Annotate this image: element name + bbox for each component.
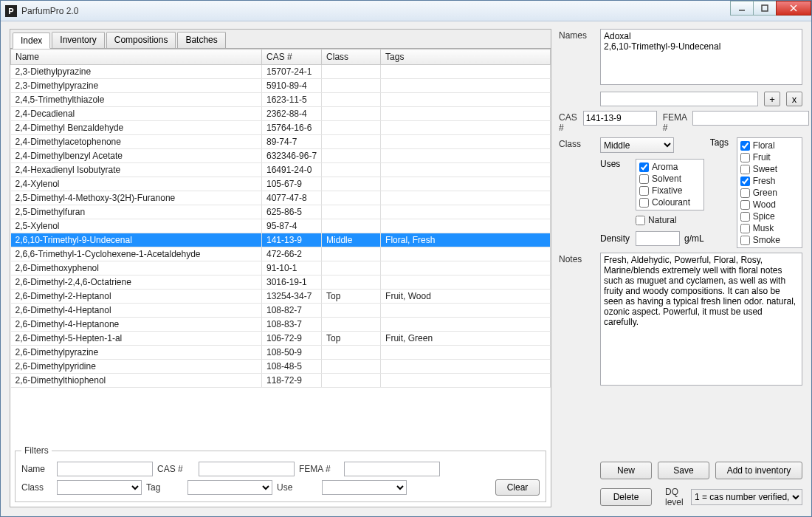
table-row[interactable]: 2,4-Decadienal2362-88-4	[11, 107, 551, 121]
table-row[interactable]: 2,4-Dimethyl Benzaldehyde15764-16-6	[11, 121, 551, 135]
tag-option[interactable]: Sweet	[740, 163, 799, 175]
maximize-button[interactable]	[753, 1, 777, 16]
filter-fema-label: FEMA #	[299, 464, 340, 474]
tag-option[interactable]: Smoke	[740, 234, 799, 246]
table-row[interactable]: 2,5-Dimethyl-4-Methoxy-3(2H)-Furanone407…	[11, 191, 551, 205]
table-row[interactable]: 2,3-Diethylpyrazine15707-24-1	[11, 65, 551, 79]
use-option[interactable]: Solvent	[639, 173, 701, 185]
filter-class-label: Class	[21, 482, 52, 493]
notes-label: Notes	[559, 253, 594, 264]
filter-name-label: Name	[21, 464, 52, 474]
tab-compositions[interactable]: Compositions	[106, 32, 176, 48]
filters-group: Filters Name CAS # FEMA # Class Tag Use	[15, 445, 546, 502]
table-row[interactable]: 2,3-Dimethylpyrazine5910-89-4	[11, 79, 551, 93]
tab-batches[interactable]: Batches	[177, 32, 225, 48]
class-select[interactable]: Middle	[600, 137, 674, 153]
table-row[interactable]: 2,4-Dimethylbenzyl Acetate632346-96-7	[11, 149, 551, 163]
window-title: ParfumPro 2.0	[21, 6, 78, 16]
table-row[interactable]: 2,5-Dimethylfuran625-86-5	[11, 205, 551, 219]
column-header[interactable]: CAS #	[262, 49, 322, 65]
density-input[interactable]	[636, 231, 680, 246]
cas-label: CAS #	[559, 111, 577, 133]
table-row[interactable]: 2,6-Dimethyl-5-Hepten-1-al106-72-9TopFru…	[11, 332, 551, 346]
filter-use-label: Use	[277, 482, 317, 493]
filter-cas-input[interactable]	[199, 462, 295, 476]
use-option[interactable]: Colourant	[639, 196, 701, 208]
table-row[interactable]: 2,6-Dimethoxyphenol91-10-1	[11, 261, 551, 275]
fema-input[interactable]	[692, 111, 809, 126]
table-row[interactable]: 2,6-Dimethylpyrazine108-50-9	[11, 346, 551, 360]
tab-index[interactable]: Index	[13, 32, 50, 49]
table-row[interactable]: 2,4,5-Trimethylthiazole1623-11-5	[11, 93, 551, 107]
names-add-input[interactable]	[600, 92, 758, 106]
tag-option[interactable]: Musk	[740, 222, 799, 234]
names-add-button[interactable]: +	[764, 92, 780, 106]
window-controls	[731, 1, 811, 21]
svg-rect-1	[762, 5, 768, 11]
app-window: P ParfumPro 2.0 IndexInventoryCompositio…	[0, 0, 812, 517]
fema-label: FEMA #	[663, 111, 687, 133]
filter-fema-input[interactable]	[344, 462, 440, 476]
table-row[interactable]: 2,6-Dimethylpyridine108-48-5	[11, 360, 551, 374]
column-header[interactable]: Tags	[381, 49, 551, 65]
filter-name-input[interactable]	[57, 462, 153, 476]
filter-tag-select[interactable]	[187, 480, 272, 495]
use-option[interactable]: Fixative	[639, 185, 701, 196]
filter-clear-button[interactable]: Clear	[495, 479, 540, 496]
add-to-inventory-button[interactable]: Add to inventory	[715, 462, 802, 479]
density-unit: g/mL	[684, 233, 704, 244]
tags-checklist[interactable]: Floral Fruit Sweet Fresh Green Wood Spic…	[737, 137, 802, 248]
tab-inventory[interactable]: Inventory	[52, 32, 104, 48]
close-button[interactable]	[776, 1, 811, 16]
natural-checkbox-label[interactable]: Natural	[636, 215, 704, 225]
names-label: Names	[559, 29, 594, 41]
dq-select[interactable]: 1 = cas number verified,	[691, 489, 802, 505]
compound-table[interactable]: NameCAS #ClassTags 2,3-Diethylpyrazine15…	[10, 49, 551, 441]
tag-option[interactable]: Wood	[740, 199, 799, 210]
tag-option[interactable]: Spice	[740, 210, 799, 222]
app-icon: P	[5, 5, 17, 17]
table-row[interactable]: 2,6,10-Trimethyl-9-Undecenal141-13-9Midd…	[11, 233, 551, 247]
table-row[interactable]: 2,6-Dimethylthiophenol118-72-9	[11, 374, 551, 388]
delete-button[interactable]: Delete	[600, 488, 652, 506]
uses-label: Uses	[600, 159, 631, 210]
class-label: Class	[559, 137, 594, 149]
notes-textarea[interactable]: Fresh, Aldehydic, Powerful, Floral, Rosy…	[600, 253, 802, 386]
table-row[interactable]: 2,4-Hexadienyl Isobutyrate16491-24-0	[11, 163, 551, 177]
tag-option[interactable]: Floral	[740, 140, 799, 151]
table-row[interactable]: 2,6-Dimethyl-4-Heptanol108-82-7	[11, 304, 551, 318]
tag-option[interactable]: Fresh	[740, 175, 799, 187]
table-row[interactable]: 2,6-Dimethyl-4-Heptanone108-83-7	[11, 318, 551, 332]
column-header[interactable]: Class	[322, 49, 381, 65]
table-row[interactable]: 2,4-Dimethylacetophenone89-74-7	[11, 135, 551, 149]
table-row[interactable]: 2,6-Dimethyl-2,4,6-Octatriene3016-19-1	[11, 275, 551, 290]
density-label: Density	[600, 233, 631, 244]
filters-legend: Filters	[21, 445, 52, 456]
minimize-button[interactable]	[730, 1, 754, 16]
table-row[interactable]: 2,6-Dimethyl-2-Heptanol13254-34-7TopFrui…	[11, 290, 551, 304]
new-button[interactable]: New	[600, 462, 652, 479]
use-option[interactable]: Aroma	[639, 161, 701, 173]
filter-cas-label: CAS #	[157, 464, 194, 474]
detail-panel: Names Adoxal 2,6,10-Trimethyl-9-Undecena…	[559, 29, 802, 507]
uses-checklist[interactable]: Aroma Solvent Fixative Colourant	[636, 159, 704, 210]
tag-option[interactable]: Green	[740, 187, 799, 199]
filter-use-select[interactable]	[322, 480, 407, 495]
names-textarea[interactable]: Adoxal 2,6,10-Trimethyl-9-Undecenal	[600, 29, 802, 85]
table-row[interactable]: 2,4-Xylenol105-67-9	[11, 177, 551, 191]
natural-checkbox[interactable]	[636, 216, 645, 225]
tab-strip: IndexInventoryCompositionsBatches	[10, 30, 551, 49]
names-remove-button[interactable]: x	[786, 92, 802, 106]
filter-class-select[interactable]	[57, 480, 142, 495]
title-bar: P ParfumPro 2.0	[1, 1, 811, 21]
table-row[interactable]: 2,6,6-Trimethyl-1-Cyclohexene-1-Acetalde…	[11, 247, 551, 261]
dq-label: DQ level	[665, 487, 687, 507]
left-panel: IndexInventoryCompositionsBatches NameCA…	[10, 29, 551, 507]
column-header[interactable]: Name	[11, 49, 262, 65]
cas-input[interactable]	[583, 111, 657, 126]
filter-tag-label: Tag	[146, 482, 183, 493]
tag-option[interactable]: Fruit	[740, 151, 799, 163]
tags-label: Tags	[710, 137, 732, 248]
table-row[interactable]: 2,5-Xylenol95-87-4	[11, 219, 551, 233]
save-button[interactable]: Save	[658, 462, 709, 479]
